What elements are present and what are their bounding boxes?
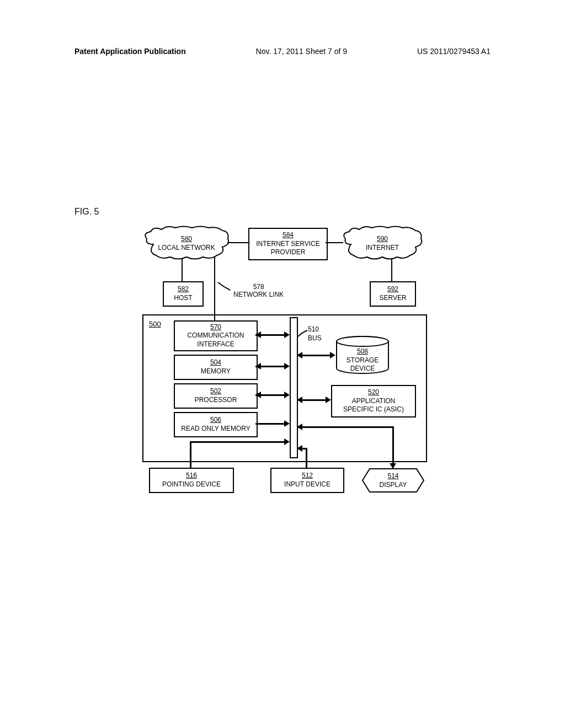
header-center: Nov. 17, 2011 Sheet 7 of 9	[256, 47, 348, 56]
isp-box: 584 INTERNET SERVICE PROVIDER	[248, 228, 328, 260]
line	[392, 426, 394, 468]
arrow-left-icon	[255, 392, 261, 398]
bus-label: BUS	[308, 334, 322, 342]
asic-ref: 520	[368, 388, 379, 397]
comm-interface-label1: COMMUNICATION	[187, 331, 244, 340]
arrow-left-icon	[255, 331, 261, 338]
arrow-left-icon	[297, 352, 302, 358]
pointing-device-box: 516 POINTING DEVICE	[149, 468, 234, 493]
isp-label1: INTERNET SERVICE	[256, 240, 320, 249]
arrow-right-icon	[284, 420, 290, 427]
line	[391, 258, 392, 281]
isp-ref: 584	[282, 231, 294, 240]
header: Patent Application Publication Nov. 17, …	[74, 47, 491, 56]
local-network-ref: 580	[181, 235, 192, 243]
host-box: 582 HOST	[163, 281, 204, 307]
line	[190, 441, 287, 443]
display-label: DISPLAY	[380, 481, 407, 489]
arrow-right-icon	[284, 331, 290, 338]
memory-label: MEMORY	[201, 367, 231, 376]
pointing-label: POINTING DEVICE	[162, 480, 221, 489]
comm-interface-label2: INTERFACE	[197, 340, 234, 349]
internet-cloud: 590 INTERNET	[341, 225, 424, 261]
swoosh-510	[296, 329, 308, 339]
arrow-left-icon	[255, 363, 261, 370]
line	[182, 258, 183, 281]
line	[299, 399, 329, 401]
bus-ref: 510	[308, 325, 319, 333]
figure-label: FIG. 5	[74, 207, 99, 217]
storage-cylinder: 508 STORAGE DEVICE	[335, 335, 390, 375]
processor-box: 502 PROCESSOR	[174, 383, 258, 409]
host-label: HOST	[174, 294, 192, 303]
internet-ref: 590	[377, 235, 388, 243]
display-hex: 514 DISPLAY	[361, 468, 425, 493]
arrow-left-icon	[297, 397, 302, 403]
server-box: 592 SERVER	[370, 281, 416, 307]
storage-label2: DEVICE	[350, 365, 375, 372]
rom-box: 506 READ ONLY MEMORY	[174, 412, 258, 437]
line	[299, 426, 393, 428]
comm-interface-ref: 570	[210, 323, 221, 332]
swoosh-578	[217, 281, 232, 292]
processor-ref: 502	[210, 387, 221, 396]
line	[214, 257, 215, 320]
local-network-cloud: 580 LOCAL NETWORK	[142, 225, 231, 261]
svg-point-1	[337, 336, 388, 346]
line	[306, 448, 307, 468]
bus-label-group: 510 BUS	[308, 325, 322, 342]
arrow-down-icon	[390, 463, 396, 469]
network-link-label-group: 578 NETWORK LINK	[233, 283, 284, 298]
isp-label2: PROVIDER	[271, 248, 306, 257]
arrow-left-icon	[297, 445, 302, 452]
asic-label2: SPECIFIC IC (ASIC)	[343, 405, 404, 414]
local-network-label: LOCAL NETWORK	[158, 244, 215, 251]
host-ref: 582	[178, 285, 189, 294]
asic-label1: APPLICATION	[352, 397, 395, 406]
rom-ref: 506	[210, 416, 221, 425]
network-link-label: NETWORK LINK	[233, 291, 284, 298]
server-label: SERVER	[379, 294, 406, 303]
memory-box: 504 MEMORY	[174, 355, 258, 380]
input-device-box: 512 INPUT DEVICE	[270, 468, 344, 493]
input-ref: 512	[302, 472, 313, 480]
arrow-right-icon	[284, 363, 290, 370]
line	[255, 423, 287, 425]
comm-interface-box: 570 COMMUNICATION INTERFACE	[174, 320, 258, 351]
arrow-right-icon	[326, 397, 331, 403]
main-box-ref: 500	[149, 320, 161, 328]
arrow-right-icon	[284, 438, 290, 445]
storage-label1: STORAGE	[347, 356, 379, 364]
memory-ref: 504	[210, 358, 221, 367]
asic-box: 520 APPLICATION SPECIFIC IC (ASIC)	[331, 385, 416, 417]
rom-label: READ ONLY MEMORY	[181, 425, 250, 433]
display-ref: 514	[387, 472, 398, 480]
internet-label: INTERNET	[366, 244, 399, 251]
line	[190, 441, 191, 468]
server-ref: 592	[387, 285, 398, 294]
header-right: US 2011/0279453 A1	[417, 47, 491, 56]
arrow-left-icon	[297, 424, 302, 430]
input-label: INPUT DEVICE	[284, 480, 331, 489]
processor-label: PROCESSOR	[195, 396, 237, 405]
storage-ref: 508	[357, 347, 368, 355]
pointing-ref: 516	[186, 472, 197, 480]
arrow-right-icon	[284, 392, 290, 398]
network-link-ref: 578	[253, 283, 264, 291]
header-left: Patent Application Publication	[74, 47, 186, 56]
arrow-right-icon	[330, 352, 335, 358]
line	[299, 355, 333, 356]
